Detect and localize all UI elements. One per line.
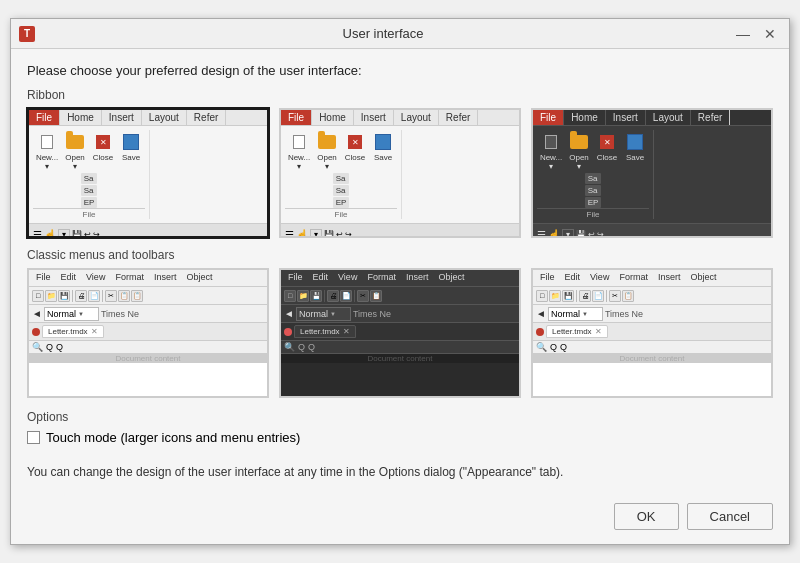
normal-dropdown-2[interactable]: Normal ▼ — [296, 307, 351, 321]
close-label-3: Close — [597, 153, 617, 162]
tb-btn-d1: □ — [284, 290, 296, 302]
ribbon-body-1: New...▾ Open▾ ✕ — [29, 126, 267, 223]
doc-tab-2[interactable]: Letter.tmdx ✕ — [294, 325, 356, 338]
options-label: Options — [27, 410, 773, 424]
tab-close-3[interactable]: ✕ — [595, 327, 602, 336]
right-item-sa2-1: Sa — [81, 185, 98, 196]
menu-object-2: Object — [434, 271, 468, 285]
classic-tab-row-2: Letter.tmdx ✕ — [281, 323, 519, 341]
normal-dropdown-1[interactable]: Normal ▼ — [44, 307, 99, 321]
dialog-footer: OK Cancel — [11, 493, 789, 544]
save-icon-group-3: Save — [623, 132, 647, 171]
tb-btn-5: 📄 — [88, 290, 100, 302]
save-icon-2 — [371, 132, 395, 152]
ribbon-tab-refer-3: Refer — [691, 110, 730, 125]
footer-info-text: You can change the design of the user in… — [27, 465, 773, 479]
status-dot-3 — [536, 328, 544, 336]
ribbon-preview-3[interactable]: File Home Insert Layout Refer — [531, 108, 773, 238]
ribbon-tab-home-2: Home — [312, 110, 354, 125]
titlebar-left: T — [19, 26, 35, 42]
classic-section-label: Classic menus and toolbars — [27, 248, 773, 262]
body-text-2: Document content — [368, 354, 433, 363]
tb-btn-d4: 🖨 — [327, 290, 339, 302]
open-icon-group-2: Open▾ — [315, 132, 339, 171]
ribbon-toolbar-2: ☰ ☝ ▾ 💾 ↩ ↪ — [281, 223, 519, 238]
ribbon-preview-2[interactable]: File Home Insert Layout Refer — [279, 108, 521, 238]
ribbon-preview-1[interactable]: File Home Insert Layout Refer — [27, 108, 269, 238]
status-dot-1 — [32, 328, 40, 336]
ribbon-tab-file-2: File — [281, 110, 312, 125]
ribbon-toolbar-1: ☰ ☝ ▾ 💾 ↩ ↪ — [29, 223, 267, 238]
right-item-sa1-1: Sa — [81, 173, 98, 184]
save-icon-1 — [119, 132, 143, 152]
right-item-ep-1: EP — [81, 197, 98, 208]
dialog-content: Please choose your preferred design of t… — [11, 49, 789, 493]
touch-mode-checkbox[interactable] — [27, 431, 40, 444]
tb-btn-d5: 📄 — [340, 290, 352, 302]
menu-file-3: File — [536, 271, 559, 285]
tb-btn-4: 🖨 — [75, 290, 87, 302]
tb-btn-d2: 📁 — [297, 290, 309, 302]
font-text-3: Times Ne — [605, 309, 643, 319]
ribbon-tab-layout-1: Layout — [142, 110, 187, 125]
menu-edit-3: Edit — [561, 271, 585, 285]
classic-preview-3[interactable]: File Edit View Format Insert Object □ 📁 … — [531, 268, 773, 398]
status-dot-2 — [284, 328, 292, 336]
save-icon-group-1: Save — [119, 132, 143, 171]
tb-btn-l2: 📁 — [549, 290, 561, 302]
right-item-sa2-2: Sa — [333, 185, 350, 196]
ribbon-group-file-3: New...▾ Open▾ ✕ — [537, 130, 654, 219]
menu-object-1: Object — [182, 271, 216, 285]
tb-btn-l5: 📄 — [592, 290, 604, 302]
new-icon-3 — [539, 132, 563, 152]
ribbon-tab-home-3: Home — [564, 110, 606, 125]
classic-tab-row-1: Letter.tmdx ✕ — [29, 323, 267, 341]
font-text-1: Times Ne — [101, 309, 139, 319]
tb-btn-7: 📋 — [118, 290, 130, 302]
tb-btn-l7: 📋 — [622, 290, 634, 302]
open-icon-group-3: Open▾ — [567, 132, 591, 171]
open-icon-group-1: Open▾ — [63, 132, 87, 171]
tb-btn-l6: ✂ — [609, 290, 621, 302]
ribbon-icons-row-2: New...▾ Open▾ ✕ — [285, 130, 397, 173]
menu-file-1: File — [32, 271, 55, 285]
close-button[interactable]: ✕ — [759, 24, 781, 44]
new-icon-1 — [35, 132, 59, 152]
ribbon-tabs-2: File Home Insert Layout Refer — [281, 110, 519, 126]
tab-close-2[interactable]: ✕ — [343, 327, 350, 336]
touch-mode-label: Touch mode (larger icons and menu entrie… — [46, 430, 300, 445]
save-label-2: Save — [374, 153, 392, 162]
normal-text-1: Normal — [47, 309, 76, 319]
dropdown-arrow-2: ▼ — [330, 311, 336, 317]
minimize-button[interactable]: — — [731, 24, 755, 44]
classic-body-3: Document content — [533, 354, 771, 363]
save-label-3: Save — [626, 153, 644, 162]
doc-tab-1[interactable]: Letter.tmdx ✕ — [42, 325, 104, 338]
classic-preview-1[interactable]: File Edit View Format Insert Object □ 📁 … — [27, 268, 269, 398]
tab-close-1[interactable]: ✕ — [91, 327, 98, 336]
ok-button[interactable]: OK — [614, 503, 679, 530]
cursor-2: ◄ — [284, 308, 294, 319]
classic-toolbar-row-3: □ 📁 💾 🖨 📄 ✂ 📋 — [533, 287, 771, 305]
cancel-button[interactable]: Cancel — [687, 503, 773, 530]
ribbon-group-file-1: New...▾ Open▾ ✕ — [33, 130, 150, 219]
doc-tab-3[interactable]: Letter.tmdx ✕ — [546, 325, 608, 338]
menu-view-1: View — [82, 271, 109, 285]
dropdown-arrow-3: ▼ — [582, 311, 588, 317]
classic-section: Classic menus and toolbars File Edit Vie… — [27, 248, 773, 398]
new-icon-group-1: New...▾ — [35, 132, 59, 171]
ribbon-tab-home-1: Home — [60, 110, 102, 125]
menu-view-3: View — [586, 271, 613, 285]
classic-previews-row: File Edit View Format Insert Object □ 📁 … — [27, 268, 773, 398]
menu-format-1: Format — [111, 271, 148, 285]
ribbon-body-2: New...▾ Open▾ ✕ — [281, 126, 519, 223]
menu-format-2: Format — [363, 271, 400, 285]
tb-btn-d6: ✂ — [357, 290, 369, 302]
classic-preview-2[interactable]: File Edit View Format Insert Object □ 📁 … — [279, 268, 521, 398]
new-label-2: New...▾ — [288, 153, 310, 171]
ribbon-tab-insert-2: Insert — [354, 110, 394, 125]
normal-dropdown-3[interactable]: Normal ▼ — [548, 307, 603, 321]
save-icon-group-2: Save — [371, 132, 395, 171]
tb-btn-3: 💾 — [58, 290, 70, 302]
ribbon-group-label-1: File — [33, 208, 145, 219]
